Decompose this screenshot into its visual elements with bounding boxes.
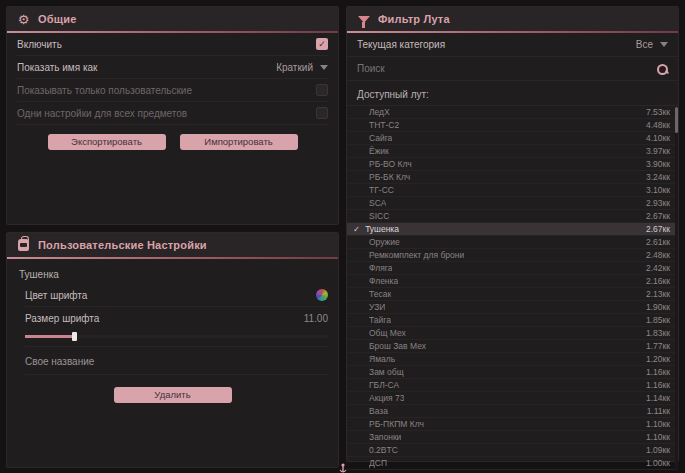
general-panel: ⚙ Общие Включить ✓ Показать имя как Крат… [6, 6, 339, 225]
custom-name-input[interactable] [25, 347, 328, 375]
list-item[interactable]: ГБЛ-СА1.16кк [347, 379, 678, 392]
list-item[interactable]: Брош Зав Мех1.77кк [347, 340, 678, 353]
item-value: 7.53кк [638, 107, 670, 117]
list-item[interactable]: РБ-БК Клч3.24кк [347, 171, 678, 184]
item-name: Брош Зав Мех [369, 341, 426, 351]
item-value: 1.00кк [638, 458, 670, 468]
font-size-value: 11.00 [304, 313, 328, 324]
selected-item-name: Тушенка [17, 259, 328, 284]
item-name: Общ Мех [369, 328, 406, 338]
category-dropdown-value: Все [636, 39, 653, 50]
list-item[interactable]: Общ Мех1.83кк [347, 327, 678, 340]
chevron-down-icon [320, 65, 328, 70]
item-name: ЛедХ [369, 107, 390, 117]
same-settings-row: Одни настройки для всех предметов [17, 102, 328, 125]
item-name: Фленка [369, 276, 398, 286]
search-row [347, 57, 678, 81]
list-item[interactable]: Ёжик3.97кк [347, 145, 678, 158]
slider-handle[interactable] [72, 332, 77, 341]
loot-list: ЛедХ7.53ккТНТ-С24.48ккСайга4.10ккЁжик3.9… [347, 105, 678, 470]
show-name-dropdown-value: Краткий [276, 62, 313, 73]
only-custom-checkbox[interactable] [316, 84, 328, 96]
item-value: 1.14кк [638, 393, 670, 403]
item-name: Запонки [369, 432, 401, 442]
search-icon[interactable] [656, 63, 668, 75]
filter-panel-title: Фильтр Лута [378, 13, 450, 25]
enable-checkbox[interactable]: ✓ [316, 38, 328, 50]
list-item[interactable]: ✓Тушенка2.67кк [347, 223, 678, 236]
item-name: SCA [369, 198, 386, 208]
list-item[interactable]: Оружие2.61кк [347, 236, 678, 249]
item-name: ТНТ-С2 [369, 120, 399, 130]
list-item[interactable]: Зам общ1.16кк [347, 366, 678, 379]
list-item[interactable]: SICC2.67кк [347, 210, 678, 223]
list-item[interactable]: ЛедХ7.53кк [347, 106, 678, 119]
item-value: 4.10кк [638, 133, 670, 143]
list-item[interactable]: Сайга4.10кк [347, 132, 678, 145]
search-input[interactable] [357, 63, 656, 74]
category-dropdown[interactable]: Все [636, 39, 668, 50]
item-name: Оружие [369, 237, 400, 247]
list-item[interactable]: Фленка2.16кк [347, 275, 678, 288]
item-value: 1.10кк [638, 419, 670, 429]
item-name: Тесак [369, 289, 391, 299]
list-item[interactable]: ДСП1.00кк [347, 457, 678, 470]
only-custom-row: Показывать только пользовательские [17, 79, 328, 102]
list-item[interactable]: ТГ-СС3.10кк [347, 184, 678, 197]
list-item[interactable]: 0.2BTC1.09кк [347, 444, 678, 457]
item-name: Зам общ [369, 367, 404, 377]
color-wheel-icon[interactable] [316, 289, 328, 301]
item-value: 1.10кк [638, 432, 670, 442]
custom-settings-panel: Пользовательские Настройки Тушенка Цвет … [6, 232, 339, 468]
item-value: 3.24кк [638, 172, 670, 182]
list-item[interactable]: SCA2.93кк [347, 197, 678, 210]
export-button[interactable]: Экспортировать [48, 134, 166, 150]
bottom-handle-icon[interactable] [339, 460, 347, 471]
item-value: 2.42кк [638, 263, 670, 273]
item-name: РБ-ВО Клч [369, 159, 412, 169]
list-item[interactable]: УЗИ1.90кк [347, 301, 678, 314]
item-value: 1.11кк [639, 406, 670, 416]
item-value: 1.83кк [638, 328, 670, 338]
list-item[interactable]: Ямаль1.20кк [347, 353, 678, 366]
list-item[interactable]: Ваза1.11кк [347, 405, 678, 418]
enable-label: Включить [17, 39, 62, 50]
show-name-dropdown[interactable]: Краткий [276, 62, 328, 73]
item-name: Фляга [369, 263, 392, 273]
scrollbar[interactable] [675, 106, 678, 470]
list-item[interactable]: Акция 731.14кк [347, 392, 678, 405]
filter-panel-header: Фильтр Лута [347, 7, 678, 31]
font-size-row: Размер шрифта 11.00 [25, 307, 328, 330]
same-settings-checkbox[interactable] [316, 107, 328, 119]
mod-config-page: ⚙ Общие Включить ✓ Показать имя как Крат… [0, 0, 685, 473]
slider-fill [25, 335, 75, 338]
list-item[interactable]: Фляга2.42кк [347, 262, 678, 275]
list-item[interactable]: РБ-ВО Клч3.90кк [347, 158, 678, 171]
check-icon: ✓ [353, 224, 360, 234]
available-loot-label: Доступный лут: [347, 81, 678, 105]
import-button[interactable]: Импортировать [180, 134, 298, 150]
item-value: 2.13кк [638, 289, 670, 299]
show-name-row: Показать имя как Краткий [17, 56, 328, 79]
item-name: Тайга [369, 315, 391, 325]
category-row: Текущая категория Все [347, 33, 678, 57]
list-item[interactable]: ТНТ-С24.48кк [347, 119, 678, 132]
item-name: Ремкомплект для брони [369, 250, 464, 260]
list-item[interactable]: Ремкомплект для брони2.48кк [347, 249, 678, 262]
loot-filter-panel: Фильтр Лута Текущая категория Все Доступ… [346, 6, 679, 462]
item-name: SICC [369, 211, 389, 221]
chevron-down-icon [660, 42, 668, 47]
font-size-slider[interactable] [25, 335, 328, 338]
scrollbar-thumb[interactable] [675, 107, 678, 133]
custom-panel-header: Пользовательские Настройки [7, 233, 338, 257]
list-item[interactable]: Тесак2.13кк [347, 288, 678, 301]
list-item[interactable]: Запонки1.10кк [347, 431, 678, 444]
item-name: ТГ-СС [369, 185, 394, 195]
list-item[interactable]: Тайга1.85кк [347, 314, 678, 327]
delete-button[interactable]: Удалить [114, 387, 232, 403]
list-item[interactable]: РБ-ПКПМ Клч1.10кк [347, 418, 678, 431]
item-value: 2.67кк [638, 224, 670, 234]
item-value: 2.67кк [638, 211, 670, 221]
category-label: Текущая категория [357, 39, 445, 50]
show-name-label: Показать имя как [17, 62, 97, 73]
